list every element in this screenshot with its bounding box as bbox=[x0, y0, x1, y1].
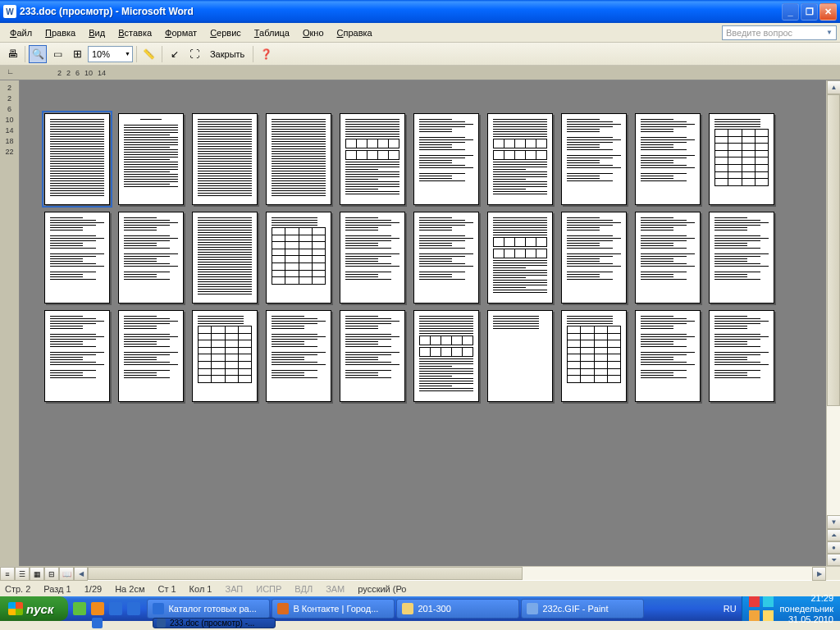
page-thumbnail[interactable] bbox=[340, 310, 405, 402]
separator bbox=[136, 46, 137, 62]
page-thumbnail[interactable] bbox=[487, 212, 553, 304]
ql-icon[interactable] bbox=[92, 618, 103, 628]
help-pointer-button[interactable] bbox=[257, 45, 275, 63]
scroll-left-button[interactable]: ◀ bbox=[74, 567, 88, 581]
vertical-scrollbar[interactable]: ▲ ▼ ⏶ ● ⏷ bbox=[826, 80, 840, 566]
tray-network-icon[interactable] bbox=[763, 596, 774, 607]
prev-page-button[interactable]: ⏶ bbox=[827, 529, 840, 541]
ql-icon[interactable] bbox=[109, 602, 122, 615]
multi-page-button[interactable] bbox=[68, 45, 86, 63]
page-thumbnail[interactable] bbox=[192, 212, 258, 304]
page-thumbnail[interactable] bbox=[266, 212, 331, 304]
menu-view[interactable]: Вид bbox=[82, 26, 112, 39]
page-thumbnail[interactable] bbox=[635, 212, 701, 304]
language-indicator[interactable]: RU bbox=[719, 596, 742, 621]
page-thumbnail[interactable] bbox=[44, 212, 110, 304]
menu-window[interactable]: Окно bbox=[296, 26, 331, 39]
status-trk[interactable]: ИСПР bbox=[256, 584, 281, 594]
scroll-up-button[interactable]: ▲ bbox=[827, 80, 840, 94]
minimize-button[interactable]: _ bbox=[782, 3, 799, 21]
scroll-down-button[interactable]: ▼ bbox=[827, 515, 840, 529]
taskbar-task[interactable]: В Контакте | Город... bbox=[272, 599, 395, 619]
close-button[interactable]: ✕ bbox=[819, 3, 837, 21]
fullscreen-button[interactable] bbox=[185, 45, 203, 63]
status-rec[interactable]: ЗАП bbox=[226, 584, 244, 594]
page-thumbnail[interactable] bbox=[635, 310, 701, 402]
page-thumbnail[interactable] bbox=[709, 310, 774, 402]
menu-format[interactable]: Формат bbox=[158, 26, 203, 39]
page-thumbnail[interactable] bbox=[118, 310, 184, 402]
status-ovr[interactable]: ЗАМ bbox=[326, 584, 345, 594]
page-thumbnail[interactable] bbox=[561, 113, 627, 205]
page-thumbnail[interactable] bbox=[635, 113, 701, 205]
zoom-combo[interactable]: 10% ▼ bbox=[88, 46, 133, 62]
next-page-button[interactable]: ⏷ bbox=[827, 554, 840, 566]
one-page-button[interactable] bbox=[48, 45, 66, 63]
page-thumbnail[interactable] bbox=[340, 212, 405, 304]
maximize-button[interactable]: ❐ bbox=[801, 3, 818, 21]
scroll-right-button[interactable]: ▶ bbox=[812, 567, 826, 581]
tray-icon[interactable] bbox=[749, 610, 760, 621]
tab-selector[interactable]: ∟ bbox=[7, 67, 16, 77]
web-layout-button[interactable]: ☰ bbox=[15, 567, 30, 581]
ie-icon bbox=[153, 603, 164, 614]
scroll-corner bbox=[826, 567, 840, 580]
page-thumbnail[interactable] bbox=[487, 310, 553, 402]
page-thumbnail[interactable] bbox=[413, 212, 479, 304]
menu-file[interactable]: Файл bbox=[3, 26, 39, 39]
page-thumbnail[interactable] bbox=[192, 310, 258, 402]
close-preview-button[interactable]: Закрыть bbox=[205, 48, 249, 61]
status-language[interactable]: русский (Ро bbox=[358, 584, 406, 594]
document-preview-area[interactable] bbox=[20, 80, 826, 566]
magnifier-button[interactable] bbox=[29, 45, 47, 63]
taskbar-task[interactable]: 201-300 bbox=[396, 599, 519, 619]
page-thumbnail[interactable] bbox=[340, 113, 405, 205]
page-thumbnail[interactable] bbox=[413, 310, 479, 402]
taskbar-task[interactable]: Каталог готовых ра... bbox=[147, 599, 270, 619]
page-thumbnail[interactable] bbox=[266, 113, 331, 205]
scroll-thumb[interactable] bbox=[88, 567, 523, 580]
page-thumbnail[interactable] bbox=[709, 113, 774, 205]
menu-tools[interactable]: Сервис bbox=[203, 26, 248, 39]
page-thumbnail[interactable] bbox=[192, 113, 258, 205]
reading-view-button[interactable]: 📖 bbox=[59, 567, 74, 581]
page-thumbnail[interactable] bbox=[561, 310, 627, 402]
page-thumbnail[interactable] bbox=[487, 113, 553, 205]
shrink-to-fit-button[interactable] bbox=[166, 45, 184, 63]
print-button[interactable] bbox=[3, 45, 21, 63]
normal-view-button[interactable]: ≡ bbox=[0, 567, 15, 581]
tray-clock[interactable]: 21:29 понедельник 31.05.2010 bbox=[780, 593, 833, 625]
separator bbox=[253, 46, 253, 62]
page-thumbnail[interactable] bbox=[118, 212, 184, 304]
page-thumbnail[interactable] bbox=[44, 113, 110, 205]
browse-object-button[interactable]: ● bbox=[827, 541, 840, 554]
ql-icon[interactable] bbox=[73, 602, 86, 615]
menu-edit[interactable]: Правка bbox=[39, 26, 82, 39]
horizontal-scrollbar[interactable]: ◀ ▶ bbox=[74, 567, 840, 580]
page-thumbnail[interactable] bbox=[709, 212, 774, 304]
page-thumbnail[interactable] bbox=[561, 212, 627, 304]
page-thumbnail[interactable] bbox=[413, 113, 479, 205]
menu-table[interactable]: Таблица bbox=[248, 26, 296, 39]
outline-view-button[interactable]: ⊟ bbox=[44, 567, 59, 581]
page-thumbnail[interactable] bbox=[266, 310, 331, 402]
taskbar-task-active[interactable]: 233.doc (просмотр) -... bbox=[153, 618, 276, 628]
tray-volume-icon[interactable] bbox=[763, 610, 774, 621]
menu-insert[interactable]: Вставка bbox=[112, 26, 158, 39]
help-search-placeholder: Введите вопрос bbox=[726, 28, 792, 38]
taskbar-task[interactable]: 232c.GIF - Paint bbox=[521, 599, 644, 619]
scroll-track[interactable] bbox=[88, 567, 812, 580]
start-button[interactable]: пуск bbox=[0, 596, 68, 621]
page-thumbnail[interactable] bbox=[118, 113, 184, 205]
page-thumbnail[interactable] bbox=[44, 310, 110, 402]
ql-show-desktop-icon[interactable] bbox=[127, 602, 140, 615]
scroll-thumb[interactable] bbox=[827, 94, 840, 406]
status-ext[interactable]: ВДЛ bbox=[294, 584, 313, 594]
print-layout-button[interactable]: ▦ bbox=[30, 567, 44, 581]
tray-icon[interactable] bbox=[749, 596, 760, 607]
ruler-toggle-button[interactable] bbox=[140, 45, 158, 63]
menu-help[interactable]: Справка bbox=[331, 26, 379, 39]
help-search-box[interactable]: Введите вопрос ▼ bbox=[722, 25, 837, 40]
ql-icon[interactable] bbox=[91, 602, 104, 615]
scroll-track[interactable] bbox=[827, 94, 840, 515]
